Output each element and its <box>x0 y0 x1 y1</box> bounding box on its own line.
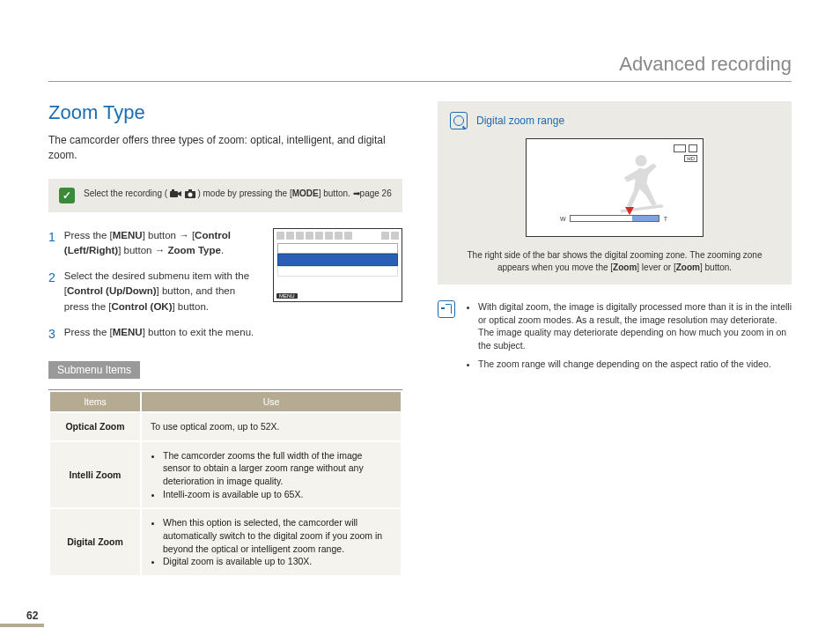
submenu-table: Items Use Optical Zoom To use optical zo… <box>48 390 402 577</box>
table-row: Digital Zoom When this option is selecte… <box>49 508 402 576</box>
step-number: 1 <box>48 228 55 259</box>
digital-zoom-range-box: Digital zoom range HD <box>438 101 792 285</box>
section-title: Zoom Type <box>48 101 402 124</box>
right-column: Digital zoom range HD <box>438 101 792 577</box>
header-divider <box>48 81 792 82</box>
step-number: 2 <box>48 269 55 314</box>
note-icon <box>438 300 455 318</box>
table-row: Optical Zoom To use optical zoom, up to … <box>49 412 402 441</box>
table-row: Intelli Zoom The camcorder zooms the ful… <box>49 441 402 509</box>
lcd-menu-label: MENU <box>276 293 298 299</box>
step-text: Select the desired submenu item with the… <box>64 269 262 314</box>
section-intro: The camcorder offers three types of zoom… <box>48 133 402 163</box>
photo-mode-icon <box>185 189 195 198</box>
magnifier-icon <box>450 112 468 129</box>
item-use: To use optical zoom, up to 52X. <box>141 412 402 441</box>
item-use: When this option is selected, the camcor… <box>141 508 402 576</box>
mode-note-box: ✓ Select the recording ( ) mode by press… <box>48 179 402 212</box>
range-lcd-mock: HD <box>526 138 704 237</box>
col-use: Use <box>141 391 402 412</box>
step-3: 3 Press the [MENU] button to exit the me… <box>48 325 262 344</box>
item-use: The camcorder zooms the full width of th… <box>141 441 402 509</box>
page-number-accent <box>0 624 44 627</box>
svg-rect-4 <box>188 189 192 191</box>
card-icon <box>689 144 697 152</box>
range-caption: The right side of the bar shows the digi… <box>450 249 779 274</box>
lcd-top-icons <box>276 232 399 240</box>
item-name: Digital Zoom <box>49 508 141 576</box>
step-text: Press the [MENU] button → [Control (Left… <box>64 228 262 259</box>
mode-note-text: Select the recording ( ) mode by pressin… <box>84 188 392 200</box>
battery-icon <box>674 144 686 152</box>
hd-icon: HD <box>684 155 697 162</box>
check-icon: ✓ <box>59 188 75 203</box>
range-title: Digital zoom range <box>476 115 564 127</box>
note-suffix: ) mode by pressing the [ <box>197 188 291 198</box>
steps-list: 1 Press the [MENU] button → [Control (Le… <box>48 228 262 354</box>
info-bullet: The zoom range will change depending on … <box>478 358 792 371</box>
step-text: Press the [MENU] button to exit the menu… <box>64 325 254 344</box>
page-header: Advanced recording <box>619 53 792 76</box>
info-note: With digital zoom, the image is digitall… <box>438 300 792 375</box>
lcd-mock: MENU <box>273 228 402 302</box>
col-items: Items <box>49 391 141 412</box>
lcd-selected-row <box>277 254 398 266</box>
left-column: Zoom Type The camcorder offers three typ… <box>48 101 402 577</box>
manual-page: Advanced recording Zoom Type The camcord… <box>0 0 840 643</box>
note-end: ] button. ➡page 26 <box>319 188 392 198</box>
item-name: Intelli Zoom <box>49 441 141 509</box>
digital-zoom-zone <box>632 216 659 221</box>
step-number: 3 <box>48 325 55 344</box>
note-prefix: Select the recording ( <box>84 188 170 198</box>
svg-rect-0 <box>170 191 178 197</box>
table-header-row: Items Use <box>49 391 402 412</box>
info-bullet: With digital zoom, the image is digitall… <box>478 300 792 352</box>
page-number: 62 <box>26 610 38 622</box>
note-mode-bold: MODE <box>292 188 319 198</box>
step-2: 2 Select the desired submenu item with t… <box>48 269 262 314</box>
svg-point-3 <box>188 192 192 196</box>
info-bullets: With digital zoom, the image is digitall… <box>466 300 792 375</box>
zoom-pointer-icon <box>625 207 634 215</box>
skateboarder-silhouette <box>606 148 676 218</box>
submenu-heading: Submenu Items <box>48 361 140 379</box>
item-name: Optical Zoom <box>49 412 141 441</box>
step-1: 1 Press the [MENU] button → [Control (Le… <box>48 228 262 259</box>
zoom-bar <box>570 215 659 222</box>
video-mode-icon <box>170 189 182 198</box>
svg-rect-1 <box>172 189 174 191</box>
